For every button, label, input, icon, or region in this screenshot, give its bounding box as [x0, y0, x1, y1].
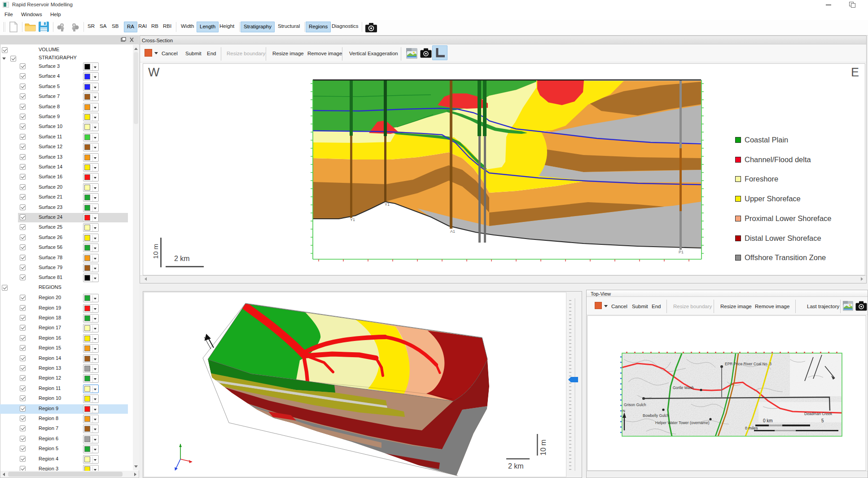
svg-text:N: N [623, 409, 625, 413]
svg-text:Y1: Y1 [385, 202, 390, 207]
svg-text:Helper Water Tower (overname): Helper Water Tower (overname) [655, 420, 710, 425]
svg-text:Grison Gulch: Grison Gulch [624, 403, 646, 407]
svg-text:5: 5 [821, 418, 824, 423]
svg-text:0 km: 0 km [763, 418, 773, 423]
svg-text:Gortle Wash: Gortle Wash [673, 385, 694, 390]
svg-text:0 miles: 0 miles [745, 426, 758, 430]
svg-text:P1: P1 [679, 250, 684, 254]
svg-text:Deadman Creek: Deadman Creek [804, 412, 833, 416]
svg-text:2 km: 2 km [508, 462, 524, 470]
svg-text:Y1: Y1 [350, 217, 355, 222]
svg-text:A1: A1 [450, 229, 455, 234]
svg-text:Bowbelly Gulch: Bowbelly Gulch [643, 413, 669, 418]
svg-text:EPR Price River Coal No. 3: EPR Price River Coal No. 3 [725, 362, 772, 366]
svg-text:10 m: 10 m [539, 439, 547, 456]
